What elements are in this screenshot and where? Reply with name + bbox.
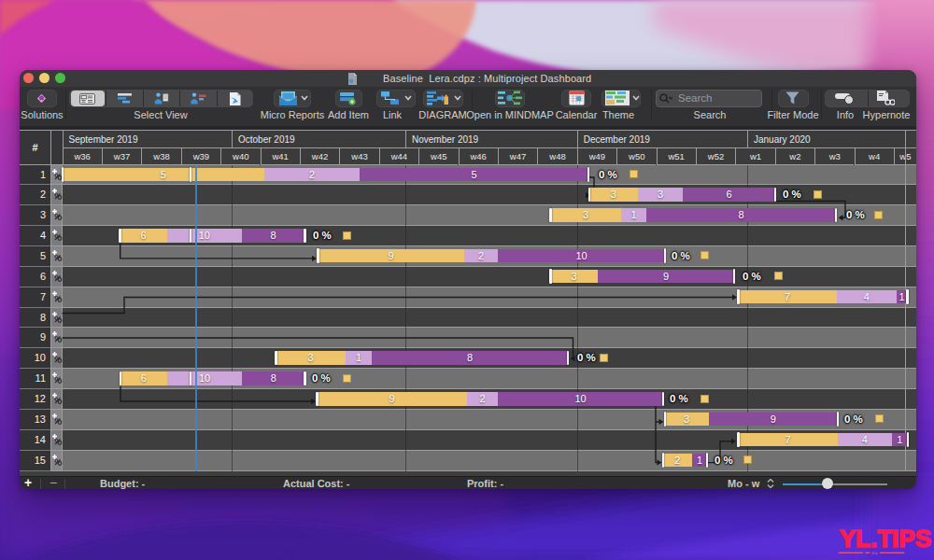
svg-text:其他: 其他 (870, 552, 878, 554)
